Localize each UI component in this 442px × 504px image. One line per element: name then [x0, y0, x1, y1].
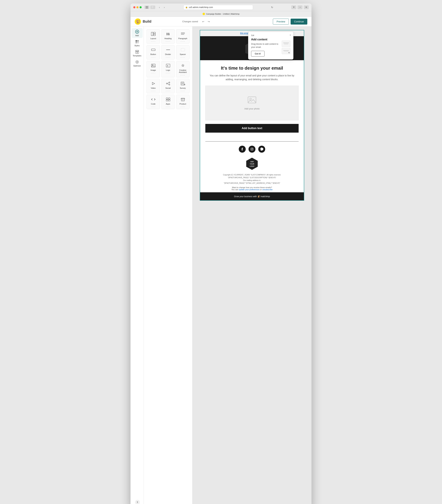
survey-block-icon — [181, 81, 185, 86]
main-layout: Add Styles Templates Optimize — [130, 26, 312, 504]
block-social[interactable]: Social • • • • — [161, 79, 175, 93]
mailchimp-footer-text: Grow your business with 🐒 mailchimp — [234, 195, 270, 198]
button-drag-dots: • • • • — [151, 56, 155, 58]
block-layout[interactable]: Layout • • • • — [146, 29, 160, 44]
block-survey[interactable]: Survey • • • • — [176, 79, 190, 93]
svg-rect-26 — [151, 64, 155, 67]
sidebar-item-styles[interactable]: Styles — [132, 38, 143, 48]
svg-text:LOGO: LOGO — [250, 165, 254, 167]
share-button[interactable]: ⬆ — [291, 5, 296, 9]
logo-area: 🐒 Build — [135, 18, 151, 25]
block-video[interactable]: Video • • • • — [146, 79, 160, 93]
tabs-button[interactable]: ⧉ — [304, 5, 309, 9]
minimize-button[interactable] — [136, 6, 139, 8]
svg-rect-44 — [168, 100, 170, 101]
preview-small-3 — [284, 51, 288, 52]
creative-block-icon — [181, 63, 185, 68]
heading-block-label: Heading — [164, 37, 172, 39]
svg-rect-25 — [181, 48, 185, 51]
preview-edit-icon: ✎ — [288, 52, 290, 54]
product-block-label: Product — [179, 103, 186, 105]
heading-drag-dots: • • • • — [166, 40, 170, 42]
block-product[interactable]: Product • • • • — [176, 95, 190, 109]
facebook-icon[interactable] — [239, 146, 246, 153]
email-cta-button[interactable]: Add button text — [205, 124, 299, 133]
expand-btn[interactable]: ⬜ — [150, 6, 155, 9]
unsubscribe-link[interactable]: unsubscribe — [262, 188, 272, 191]
refresh-button[interactable]: ↻ — [270, 5, 274, 9]
sidebar-templates-label: Templates — [133, 55, 141, 57]
svg-rect-16 — [151, 32, 153, 36]
back-button[interactable]: ‹ — [157, 5, 161, 9]
forward-button[interactable]: › — [162, 5, 166, 9]
block-apps[interactable]: Apps • • • • — [161, 95, 175, 109]
logo-block-icon: A — [166, 63, 170, 68]
preview-line-2 — [283, 50, 289, 51]
footer-links: Want to change how you receive these ema… — [200, 186, 304, 191]
block-creative[interactable]: Creative Assistant • • • • — [176, 61, 190, 77]
block-button[interactable]: Button • • • • — [146, 45, 160, 59]
twitter-icon[interactable] — [258, 146, 265, 153]
help-button[interactable]: ? — [135, 500, 140, 504]
got-it-button[interactable]: Got it! — [251, 51, 265, 56]
update-preferences-link[interactable]: update your preferences — [239, 188, 260, 191]
styles-icon — [135, 40, 139, 44]
spacer-block-icon — [181, 47, 185, 52]
tooltip-text-area: Add content Drag blocks to add content t… — [251, 38, 280, 56]
sidebar-add-label: Add — [135, 35, 139, 36]
sidebar-item-add[interactable]: Add — [132, 28, 143, 38]
tooltip-preview-block-1 — [282, 40, 290, 47]
svg-text:ADD: ADD — [250, 161, 254, 162]
product-block-icon — [181, 97, 185, 102]
svg-text:YOUR: YOUR — [250, 163, 254, 165]
block-spacer[interactable]: Spacer • • • • — [176, 45, 190, 59]
continue-button[interactable]: Continue — [291, 19, 307, 25]
footer-address-text: *|IFNOT:ARCHIVE_PAGE|* *|HTML:LIST_ADDRE… — [224, 182, 280, 184]
svg-text:Hi: Hi — [166, 32, 170, 36]
survey-drag-dots: • • • • — [181, 90, 185, 92]
close-button[interactable] — [133, 6, 135, 8]
video-drag-dots: • • • • — [151, 90, 155, 92]
block-divider[interactable]: Divider • • • • — [161, 45, 175, 59]
svg-rect-17 — [154, 32, 155, 34]
svg-line-35 — [167, 84, 169, 84]
redo-button[interactable]: ↪ — [206, 19, 211, 24]
footer-change-label: Want to change how you receive these ema… — [232, 186, 272, 188]
layout-block-label: Layout — [150, 37, 156, 39]
code-block-icon — [151, 97, 156, 102]
sidebar-item-optimize[interactable]: Optimize — [132, 58, 143, 68]
svg-point-31 — [166, 83, 167, 84]
undo-button[interactable]: ↩ — [201, 19, 206, 24]
social-icons — [200, 146, 304, 153]
tooltip-title: Add content — [251, 38, 280, 41]
block-paragraph[interactable]: Paragraph • • • • — [176, 29, 190, 44]
header-center: Changes saved ↩ ↪ — [182, 19, 211, 24]
footer-you-can: You can — [231, 188, 239, 191]
instagram-icon[interactable] — [248, 146, 255, 153]
photo-placeholder[interactable]: Add your photo — [205, 86, 299, 120]
apps-drag-dots: • • • • — [166, 106, 170, 108]
sidebar-optimize-label: Optimize — [133, 65, 141, 67]
tooltip-close-button[interactable]: × — [290, 34, 291, 37]
block-image[interactable]: Image • • • • — [146, 61, 160, 77]
address-bar[interactable]: 🔒 us5.admin.mailchimp.com — [183, 5, 253, 10]
block-heading[interactable]: Hi Heading • • • • — [161, 29, 175, 44]
block-logo[interactable]: A Logo • • • • — [161, 61, 175, 77]
sidebar-item-templates[interactable]: Templates — [132, 48, 143, 58]
spacer-drag-dots: • • • • — [181, 56, 185, 58]
svg-rect-11 — [136, 50, 139, 51]
divider-drag-dots: • • • • — [166, 56, 170, 58]
email-divider — [205, 141, 299, 142]
footer-copyright-text: Copyright (C) *|CURRENT_YEAR|* *|LIST:CO… — [223, 174, 281, 176]
block-code[interactable]: Code • • • • — [146, 95, 160, 109]
header-actions: Preview Continue — [273, 19, 307, 25]
app-title: Build — [143, 19, 151, 23]
fullscreen-button[interactable] — [140, 6, 142, 8]
undo-redo-controls: ↩ ↪ — [201, 19, 211, 24]
sidebar-toggle-btn[interactable] — [144, 6, 149, 9]
preview-button[interactable]: Preview — [273, 19, 289, 25]
svg-point-53 — [251, 148, 253, 150]
footer-logo: ADD YOUR LOGO — [200, 157, 304, 171]
new-tab-button[interactable]: ＋ — [298, 5, 302, 9]
url-text: us5.admin.mailchimp.com — [189, 6, 213, 9]
